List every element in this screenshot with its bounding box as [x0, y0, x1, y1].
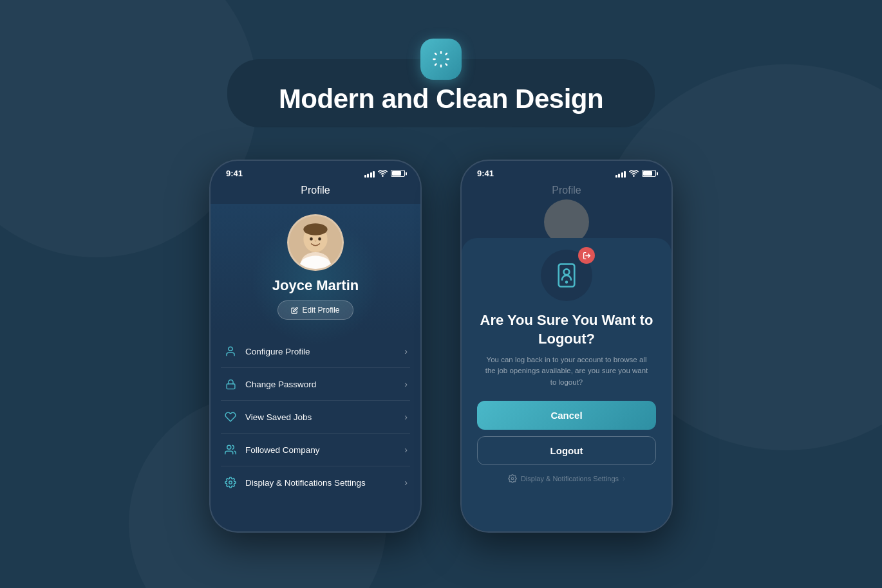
profile-name: Joyce Martin: [272, 277, 359, 294]
svg-point-14: [318, 237, 321, 241]
logout-badge: [578, 247, 595, 264]
profile-content: Joyce Martin Edit Profile: [211, 204, 420, 499]
logout-description: You can log back in to your account to b…: [477, 354, 656, 388]
logout-title: Are You Sure You Want to Logout?: [477, 311, 656, 348]
arrow-icon-configure-profile: ›: [404, 346, 408, 356]
arrow-icon-display-notifications: ›: [404, 477, 408, 488]
person-icon: [223, 344, 238, 358]
bottom-settings-arrow: ›: [623, 474, 625, 483]
screen-title-left: Profile: [211, 182, 420, 204]
battery-icon-left: [391, 170, 405, 177]
arrow-icon-change-password: ›: [404, 379, 408, 389]
svg-line-6: [435, 64, 436, 65]
menu-label-configure-profile: Configure Profile: [245, 347, 404, 356]
profile-avatar-area: Joyce Martin Edit Profile: [211, 204, 420, 333]
page-title: Modern and Clean Design: [279, 84, 603, 115]
menu-list: Configure Profile › Change Password ›: [211, 335, 420, 499]
status-icons-left: [364, 170, 406, 178]
wifi-icon-left: [378, 170, 388, 177]
person-group-icon: [223, 443, 238, 457]
arrow-icon-view-saved-jobs: ›: [404, 412, 408, 422]
menu-item-followed-company[interactable]: Followed Company ›: [221, 434, 410, 466]
settings-icon: [223, 475, 238, 490]
menu-label-view-saved-jobs: View Saved Jobs: [245, 412, 404, 422]
svg-line-3: [446, 64, 447, 65]
avatar: [287, 214, 344, 271]
svg-point-21: [566, 282, 567, 283]
svg-rect-16: [227, 383, 235, 389]
svg-point-24: [511, 477, 514, 480]
bottom-settings: Display & Notifications Settings ›: [508, 474, 625, 483]
menu-label-change-password: Change Password: [245, 380, 404, 389]
phone-left: 9:41 Pr: [209, 160, 422, 533]
header-icon-bubble: [420, 39, 462, 80]
svg-point-17: [227, 445, 231, 449]
menu-item-view-saved-jobs[interactable]: View Saved Jobs ›: [221, 401, 410, 434]
svg-point-12: [303, 223, 327, 235]
phone-right: 9:41 Pr: [460, 160, 673, 533]
profile-bg-faded: [462, 161, 671, 251]
edit-profile-button[interactable]: Edit Profile: [277, 300, 353, 320]
phones-container: 9:41 Pr: [0, 160, 882, 533]
status-bar-left: 9:41: [211, 161, 420, 182]
svg-point-15: [229, 347, 232, 351]
logout-button[interactable]: Logout: [477, 436, 656, 465]
edit-profile-label: Edit Profile: [302, 306, 339, 315]
bottom-settings-label: Display & Notifications Settings: [521, 475, 619, 482]
status-time-left: 9:41: [226, 169, 243, 178]
sparkle-icon: [432, 50, 450, 68]
lock-icon: [223, 377, 238, 391]
arrow-icon-followed-company: ›: [404, 445, 408, 455]
edit-icon: [291, 307, 298, 314]
menu-item-configure-profile[interactable]: Configure Profile ›: [221, 335, 410, 368]
logout-icon-area: [541, 250, 592, 301]
svg-point-22: [564, 269, 570, 275]
signal-icon-left: [364, 170, 375, 178]
menu-label-followed-company: Followed Company: [245, 445, 404, 455]
heart-icon: [223, 410, 238, 424]
header: Modern and Clean Design: [0, 0, 882, 127]
logout-badge-icon: [583, 252, 591, 260]
menu-label-display-notifications: Display & Notifications Settings: [245, 478, 404, 488]
svg-point-18: [229, 481, 232, 484]
menu-item-display-notifications[interactable]: Display & Notifications Settings ›: [221, 466, 410, 499]
phone-logout-icon: [553, 262, 580, 289]
svg-line-2: [435, 53, 436, 55]
cancel-button[interactable]: Cancel: [477, 401, 656, 430]
avatar-image: [289, 216, 342, 269]
svg-line-7: [446, 53, 447, 55]
menu-item-change-password[interactable]: Change Password ›: [221, 368, 410, 401]
logout-modal: Are You Sure You Want to Logout? You can…: [462, 238, 671, 531]
settings-icon-bottom: [508, 474, 517, 483]
svg-point-13: [310, 237, 313, 241]
